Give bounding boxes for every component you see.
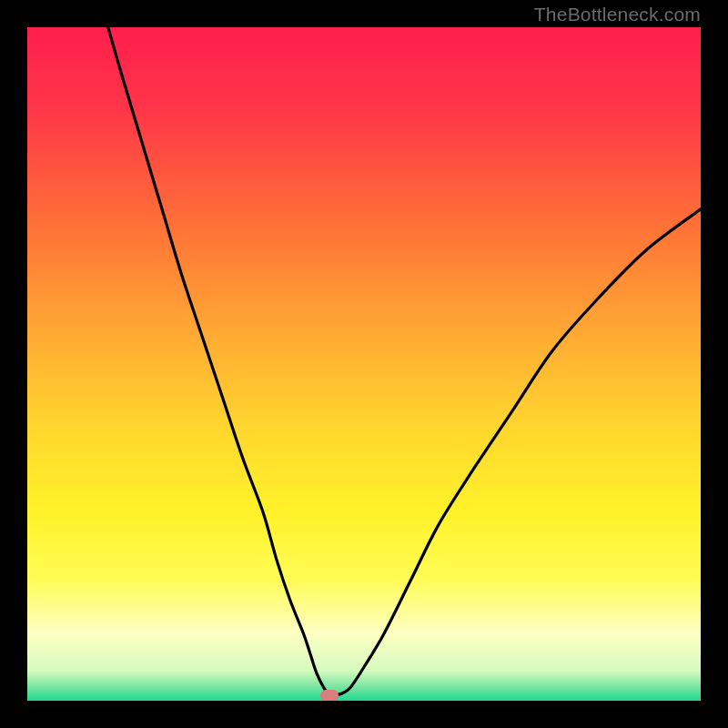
minimum-marker: [320, 690, 339, 701]
watermark-text: TheBottleneck.com: [534, 4, 701, 25]
chart-plot-area: [27, 27, 701, 701]
bottleneck-curve: [27, 27, 701, 701]
